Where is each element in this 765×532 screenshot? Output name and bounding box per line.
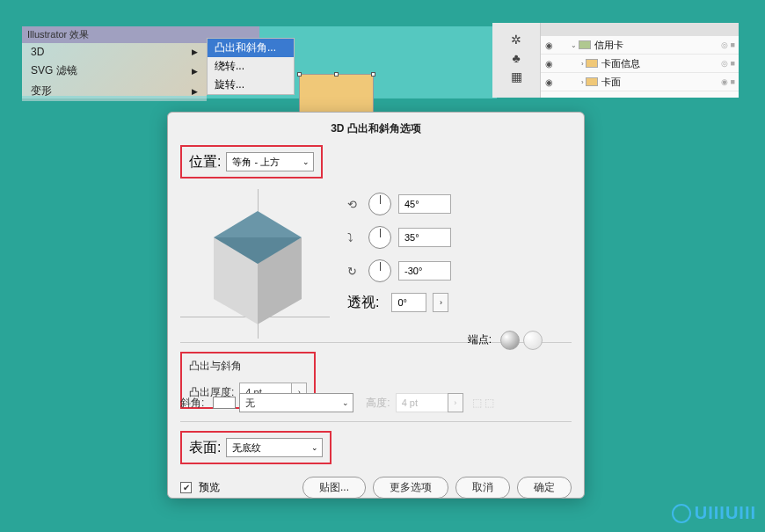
axis-x-icon: ⟲ [347, 198, 361, 211]
club-icon[interactable]: ♣ [492, 51, 540, 65]
position-select[interactable]: 等角 - 上方 ⌄ [226, 152, 314, 171]
bevel-direction-icons: ⬚ ⬚ [472, 397, 494, 409]
perspective-label: 透视: [347, 294, 379, 312]
watermark: UIIIUIII [672, 503, 756, 523]
highlight-box-surface: 表面: 无底纹 ⌄ [180, 431, 332, 464]
highlight-box-position: 位置: 等角 - 上方 ⌄ [180, 145, 323, 179]
preview-label: 预览 [199, 480, 220, 495]
submenu-extrude-bevel[interactable]: 凸出和斜角... [208, 39, 294, 57]
map-art-button[interactable]: 贴图... [302, 477, 366, 499]
cancel-button[interactable]: 取消 [455, 477, 510, 499]
ok-button[interactable]: 确定 [517, 477, 572, 499]
position-label: 位置: [189, 153, 221, 171]
dialog-title: 3D 凸出和斜角选项 [168, 113, 584, 145]
resize-handle[interactable] [334, 72, 339, 77]
visibility-icon[interactable]: ◉ [541, 40, 557, 50]
surface-label: 表面: [189, 439, 221, 457]
chevron-down-icon: ⌄ [337, 398, 349, 407]
layer-swatch [586, 59, 598, 68]
perspective-input[interactable]: 0° [391, 293, 426, 312]
angle-y-dial[interactable] [368, 226, 391, 249]
symbol-panel: ✲ ♣ ▦ [492, 23, 541, 98]
menu-item-svg-filter[interactable]: SVG 滤镜 ▶ [22, 61, 207, 81]
more-options-button[interactable]: 更多选项 [373, 477, 448, 499]
layer-row[interactable]: ◉ › 卡面信息 ◎ ■ [541, 55, 739, 73]
layer-swatch [579, 40, 591, 49]
chevron-right-icon: ▶ [192, 67, 198, 76]
cap-label: 端点: [468, 332, 492, 347]
chevron-right-icon: ▶ [192, 87, 198, 96]
axis-z-icon: ↻ [347, 265, 361, 278]
cap-hollow-button[interactable] [523, 331, 543, 350]
menu-item-3d[interactable]: 3D ▶ [22, 43, 207, 61]
expand-icon[interactable]: › [579, 78, 586, 86]
bevel-height-input: 4 pt [396, 393, 448, 412]
cap-solid-button[interactable] [500, 331, 520, 350]
preview-checkbox[interactable]: ✔ [180, 482, 192, 493]
cube-icon[interactable]: ▦ [492, 69, 540, 84]
dialog-footer: ✔ 预览 贴图... 更多选项 取消 确定 [168, 464, 584, 511]
illustrator-workspace-strip: Illustrator 效果 3D ▶ SVG 滤镜 ▶ 变形 ▶ 凸出和斜角.… [22, 26, 497, 98]
angle-x-dial[interactable] [368, 193, 391, 215]
chevron-down-icon: ⌄ [297, 157, 310, 166]
bevel-height-step: › [448, 393, 463, 412]
tab[interactable] [541, 23, 561, 36]
target-icon[interactable]: ◉ ■ [721, 77, 739, 86]
chevron-right-icon: ▶ [192, 47, 198, 56]
3d-preview-stage[interactable] [180, 189, 330, 339]
resize-handle[interactable] [371, 72, 375, 77]
resize-handle[interactable] [297, 72, 302, 77]
layers-panel: ◉ ⌄ 信用卡 ◎ ■ ◉ › 卡面信息 ◎ ■ ◉ › 卡面 ◉ ■ [541, 23, 739, 98]
layer-name: 信用卡 [594, 39, 623, 52]
expand-icon[interactable]: ⌄ [569, 41, 579, 49]
chevron-down-icon: ⌄ [306, 443, 318, 452]
panel-tabs [541, 23, 739, 36]
angle-controls: ⟲ 45° ⤵ 35° ↻ -30° 透视: 0° › [347, 189, 572, 339]
angle-x-input[interactable]: 45° [398, 194, 451, 214]
expand-icon[interactable]: › [579, 60, 586, 68]
bevel-height-label: 高度: [366, 396, 390, 411]
submenu-revolve[interactable]: 绕转... [208, 57, 294, 76]
axis-y-icon: ⤵ [347, 231, 361, 244]
target-icon[interactable]: ◎ ■ [721, 59, 739, 68]
3d-submenu: 凸出和斜角... 绕转... 旋转... [207, 38, 295, 95]
layer-swatch [586, 77, 598, 86]
bevel-select[interactable]: 无 ⌄ [239, 393, 353, 412]
visibility-icon[interactable]: ◉ [541, 59, 557, 69]
layer-name: 卡面 [601, 76, 621, 89]
target-icon[interactable]: ◎ ■ [721, 40, 739, 49]
layer-row[interactable]: ◉ › 卡面 ◉ ■ [541, 73, 739, 91]
angle-y-input[interactable]: 35° [398, 228, 451, 247]
menu-item-warp[interactable]: 变形 ▶ [22, 81, 207, 101]
visibility-icon[interactable]: ◉ [541, 77, 557, 87]
perspective-step[interactable]: › [433, 293, 448, 312]
bevel-label: 斜角: [180, 396, 204, 411]
angle-z-input[interactable]: -30° [398, 261, 451, 281]
surface-select[interactable]: 无底纹 ⌄ [226, 438, 323, 457]
angle-z-dial[interactable] [368, 259, 391, 282]
extrude-section-title: 凸出与斜角 [189, 359, 242, 374]
right-panels: ✲ ♣ ▦ ◉ ⌄ 信用卡 ◎ ■ ◉ › 卡面信息 ◎ ■ ◉ › [492, 23, 739, 98]
3d-extrude-bevel-dialog: 3D 凸出和斜角选项 位置: 等角 - 上方 ⌄ [167, 112, 585, 499]
submenu-rotate[interactable]: 旋转... [208, 76, 294, 94]
spray-icon[interactable]: ✲ [492, 33, 540, 47]
bevel-preview-swatch [213, 397, 236, 409]
preview-cube[interactable] [214, 211, 302, 317]
layer-row[interactable]: ◉ ⌄ 信用卡 ◎ ■ [541, 36, 739, 55]
effects-menu-panel: 3D ▶ SVG 滤镜 ▶ 变形 ▶ 凸出和斜角... 绕转... 旋转... [22, 43, 207, 96]
divider [180, 421, 572, 422]
bulb-icon [672, 504, 691, 523]
layer-name: 卡面信息 [601, 57, 640, 70]
